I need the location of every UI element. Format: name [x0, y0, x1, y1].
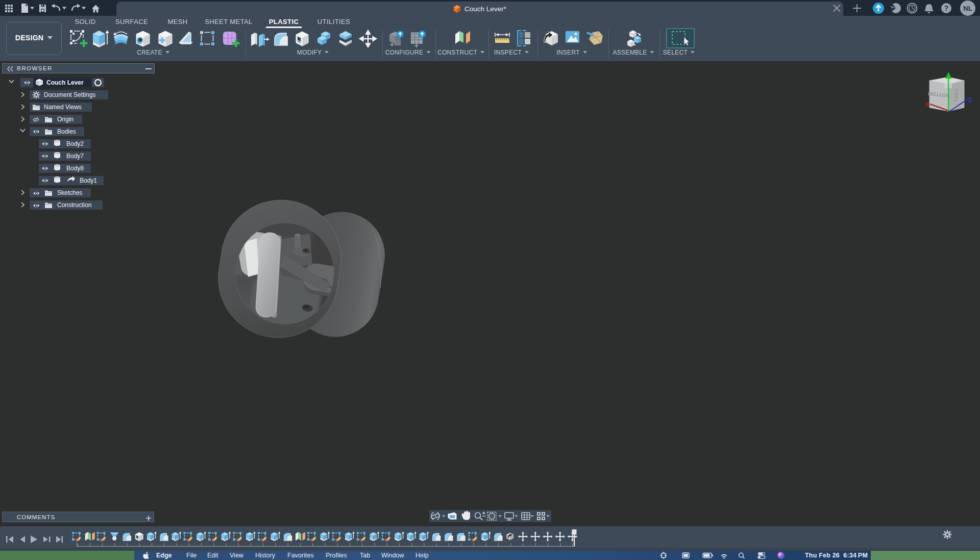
svg-text:Z: Z [968, 96, 972, 104]
svg-text:?: ? [944, 4, 949, 12]
svg-text:NL: NL [963, 5, 972, 12]
svg-text:X: X [925, 101, 929, 108]
